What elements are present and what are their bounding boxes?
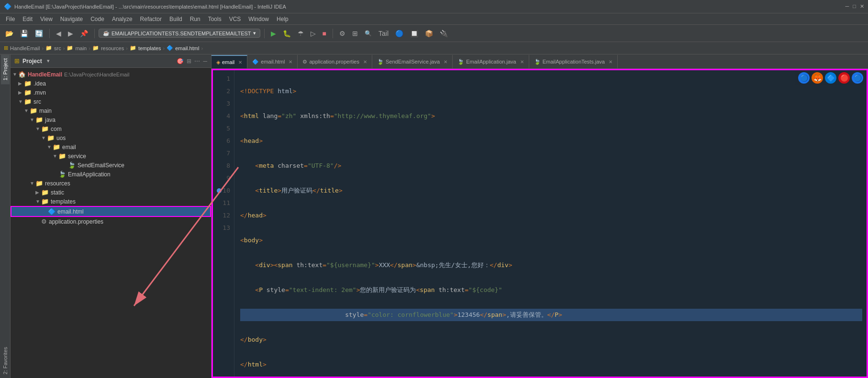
project-collapse-icon[interactable]: ─ <box>203 58 207 65</box>
tab-send-email-close[interactable]: ✕ <box>444 59 447 65</box>
expand-arrow-com: ▼ <box>35 126 40 131</box>
menu-refactor[interactable]: Refactor <box>136 15 166 23</box>
project-more-icon[interactable]: ⋯ <box>194 58 200 65</box>
breadcrumb-src[interactable]: src <box>54 45 61 51</box>
settings-button[interactable]: ⚙ <box>337 28 348 39</box>
run-config[interactable]: ☕ EMAILAPPLICATIONTESTS.SENDTEMPLATEEMAI… <box>99 29 260 38</box>
tree-label-main: main <box>39 108 52 114</box>
chrome-icon[interactable]: 🔵 <box>798 72 810 84</box>
tree-item-uos[interactable]: ▼ 📁 uos <box>11 133 211 142</box>
tail-button[interactable]: Tail <box>376 28 391 39</box>
extra4-button[interactable]: 🔌 <box>437 28 450 39</box>
sync-button[interactable]: 🔄 <box>33 28 45 39</box>
tree-item-static[interactable]: ▶ 📁 static <box>11 188 211 197</box>
code-line-10: style="color: cornflowerblue">123456</sp… <box>240 309 862 321</box>
menu-edit[interactable]: Edit <box>19 15 36 23</box>
tree-label-templates: templates <box>51 198 76 205</box>
tree-item-app-props[interactable]: ▶ ⚙ application.properties <box>11 217 211 226</box>
tree-item-java[interactable]: ▼ 📁 java <box>11 115 211 124</box>
menu-vcs[interactable]: VCS <box>225 15 245 23</box>
tree-item-mvn[interactable]: ▶ 📁 .mvn <box>11 88 211 97</box>
extra1-button[interactable]: 🔵 <box>393 28 406 39</box>
tree-label-idea: .idea <box>33 80 46 87</box>
tree-item-service[interactable]: ▼ 📁 service <box>11 151 211 161</box>
run-config-dropdown[interactable]: ▾ <box>253 30 256 36</box>
run-config-label: EMAILAPPLICATIONTESTS.SENDTEMPLATEEMAILT… <box>111 31 251 36</box>
forward-button[interactable]: ▶ <box>66 28 76 39</box>
project-expand-icon[interactable]: ⊞ <box>187 58 191 65</box>
breadcrumb-main[interactable]: main <box>75 45 87 51</box>
editor-content[interactable]: 1 2 3 4 5 6 7 8 9 10 11 12 13 <!DOCTYPE … <box>211 69 868 378</box>
save-button[interactable]: 💾 <box>18 28 31 39</box>
breadcrumb-emailhtml[interactable]: email.html <box>175 45 199 51</box>
breadcrumb-handleemail[interactable]: HandleEmail <box>10 45 40 51</box>
firefox-icon[interactable]: 🦊 <box>812 72 823 84</box>
close-button[interactable]: ✕ <box>860 3 864 10</box>
tab-email-app[interactable]: 🍃 EmailApplication.java ✕ <box>453 55 529 68</box>
vtab-favorites[interactable]: 2: Favorites <box>1 343 10 378</box>
tree-item-email-application[interactable]: ▶ 🍃 EmailApplication <box>11 170 211 179</box>
maximize-button[interactable]: □ <box>853 3 856 10</box>
coverage-button[interactable]: ☂ <box>295 28 306 39</box>
tree-item-send-email-service[interactable]: ▶ 🍃 SendEmailService <box>11 161 211 170</box>
tab-email-html[interactable]: 🔷 email.html ✕ <box>247 55 298 68</box>
menu-build[interactable]: Build <box>166 15 186 23</box>
tab-send-email[interactable]: 🍃 SendEmailService.java ✕ <box>372 55 453 68</box>
menu-navigate[interactable]: Navigate <box>56 15 87 23</box>
tree-item-templates[interactable]: ▼ 📁 templates <box>11 197 211 206</box>
tab-email[interactable]: ◈ email ✕ <box>211 55 247 68</box>
tab-app-props-close[interactable]: ✕ <box>363 59 367 65</box>
run-button[interactable]: ▶ <box>268 28 278 39</box>
opera-icon[interactable]: 🔴 <box>838 72 850 84</box>
tab-app-props[interactable]: ⚙ application.properties ✕ <box>298 55 372 68</box>
breadcrumb-templates-icon: 📁 <box>130 45 136 51</box>
tree-item-email-pkg[interactable]: ▼ 📁 email <box>11 142 211 151</box>
profile-button[interactable]: ▷ <box>308 28 318 39</box>
bookmark-button[interactable]: 📌 <box>78 28 90 39</box>
layout-button[interactable]: ⊞ <box>350 28 360 39</box>
search-button[interactable]: 🔍 <box>362 29 374 38</box>
back-button[interactable]: ◀ <box>54 28 64 39</box>
project-dropdown[interactable]: ▾ <box>47 58 50 64</box>
open-button[interactable]: 📂 <box>3 28 16 39</box>
menu-code[interactable]: Code <box>87 15 108 23</box>
edge-icon[interactable]: 🔷 <box>825 72 836 84</box>
menu-window[interactable]: Window <box>245 15 273 23</box>
tree-item-resources[interactable]: ▼ 📁 resources <box>11 179 211 188</box>
menu-view[interactable]: View <box>36 15 56 23</box>
tab-email-app-tests-icon: 🍃 <box>534 59 541 65</box>
tree-item-src[interactable]: ▼ 📁 src <box>11 97 211 106</box>
tab-email-app-close[interactable]: ✕ <box>520 59 524 65</box>
extra2-button[interactable]: 🔲 <box>408 28 421 39</box>
tree-item-com[interactable]: ▼ 📁 com <box>11 124 211 133</box>
tab-email-app-tests[interactable]: 🍃 EmailApplicationTests.java ✕ <box>529 55 618 68</box>
menu-help[interactable]: Help <box>273 15 292 23</box>
menu-run[interactable]: Run <box>186 15 204 23</box>
tab-email-html-close[interactable]: ✕ <box>289 59 292 65</box>
vtab-project[interactable]: 1: Project <box>1 54 10 84</box>
expand-arrow-static: ▶ <box>35 190 40 195</box>
line-num-7: 7 <box>211 147 230 160</box>
tree-label-static: static <box>51 189 64 196</box>
debug-button[interactable]: 🐛 <box>280 28 293 39</box>
line-numbers: 1 2 3 4 5 6 7 8 9 10 11 12 13 <box>211 69 234 378</box>
tree-item-handleemail[interactable]: ▼ 🏠 HandleEmail E:\JavaProject\HandleEma… <box>11 70 211 79</box>
project-target-icon[interactable]: 🎯 <box>177 58 184 65</box>
menu-tools[interactable]: Tools <box>204 15 225 23</box>
extra3-button[interactable]: 📦 <box>423 28 435 39</box>
menu-analyze[interactable]: Analyze <box>108 15 136 23</box>
tree-item-email-html[interactable]: ▶ 🔷 email.html <box>11 206 211 217</box>
tree-item-main[interactable]: ▼ 📁 main <box>11 106 211 115</box>
breadcrumb-templates[interactable]: templates <box>138 45 161 51</box>
tab-email-close[interactable]: ✕ <box>238 60 242 65</box>
breadcrumb-resources[interactable]: resources <box>101 45 124 51</box>
tab-send-email-label: SendEmailService.java <box>386 59 440 65</box>
tree-label-java: java <box>45 117 56 123</box>
menu-file[interactable]: File <box>2 15 19 23</box>
stop-button[interactable]: ■ <box>320 28 329 39</box>
tree-item-idea[interactable]: ▶ 📁 .idea <box>11 79 211 88</box>
code-body[interactable]: <!DOCTYPE html> <html lang="zh" xmlns:th… <box>234 69 868 378</box>
tab-email-app-tests-close[interactable]: ✕ <box>609 59 612 65</box>
browser5-icon[interactable]: 🔵 <box>852 72 863 84</box>
minimize-button[interactable]: ─ <box>846 3 849 10</box>
